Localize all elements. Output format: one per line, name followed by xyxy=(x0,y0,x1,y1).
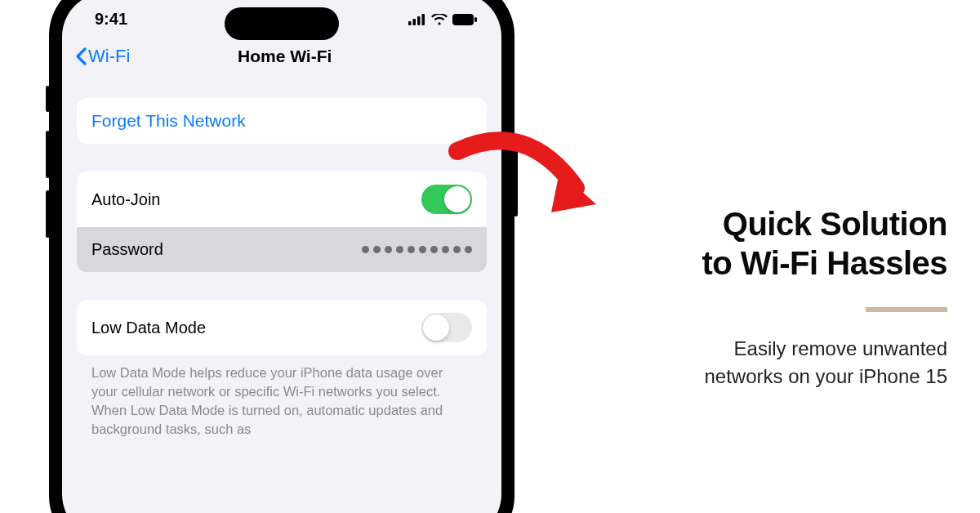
phone-screen: 9:41 Wi-Fi Home Wi-Fi Forget This Networ xyxy=(62,0,501,513)
svg-rect-4 xyxy=(452,14,474,25)
headline: Quick Solution to Wi-Fi Hassles xyxy=(588,204,947,283)
wifi-icon xyxy=(431,14,448,25)
svg-rect-3 xyxy=(422,14,425,25)
svg-rect-1 xyxy=(413,19,416,25)
sub-line1: Easily remove unwanted xyxy=(588,335,947,363)
volume-down-button xyxy=(46,190,50,238)
dynamic-island xyxy=(225,7,339,40)
forget-network-button[interactable]: Forget This Network xyxy=(77,98,487,144)
cellular-icon xyxy=(408,14,426,25)
promo-text: Quick Solution to Wi-Fi Hassles Easily r… xyxy=(588,204,947,390)
network-settings-group: Auto-Join Password xyxy=(77,172,487,272)
forget-group: Forget This Network xyxy=(77,98,487,144)
battery-icon xyxy=(452,14,477,25)
headline-line2: to Wi-Fi Hassles xyxy=(588,243,947,283)
callout-arrow-icon xyxy=(445,127,608,233)
svg-rect-0 xyxy=(408,21,412,25)
sub-line2: networks on your iPhone 15 xyxy=(588,363,947,390)
page-title: Home Wi-Fi xyxy=(81,47,488,66)
auto-join-row: Auto-Join xyxy=(77,172,487,227)
low-data-group: Low Data Mode xyxy=(77,300,487,355)
volume-up-button xyxy=(46,131,50,178)
svg-rect-5 xyxy=(474,17,477,22)
headline-line1: Quick Solution xyxy=(588,204,947,243)
low-data-label: Low Data Mode xyxy=(91,319,206,337)
auto-join-label: Auto-Join xyxy=(91,190,161,209)
forget-label: Forget This Network xyxy=(91,111,246,131)
svg-rect-2 xyxy=(417,16,421,25)
phone-frame: 9:41 Wi-Fi Home Wi-Fi Forget This Networ xyxy=(49,0,514,513)
status-icons xyxy=(408,14,477,25)
password-dots xyxy=(362,246,472,253)
password-row[interactable]: Password xyxy=(77,227,487,272)
low-data-row: Low Data Mode xyxy=(77,300,487,355)
low-data-help-text: Low Data Mode helps reduce your iPhone d… xyxy=(77,355,487,439)
subtitle: Easily remove unwanted networks on your … xyxy=(588,335,947,390)
status-time: 9:41 xyxy=(95,10,127,29)
nav-bar: Wi-Fi Home Wi-Fi xyxy=(62,38,501,77)
side-button xyxy=(46,86,50,112)
password-label: Password xyxy=(91,240,163,259)
divider xyxy=(866,307,947,312)
low-data-toggle[interactable] xyxy=(421,313,472,342)
